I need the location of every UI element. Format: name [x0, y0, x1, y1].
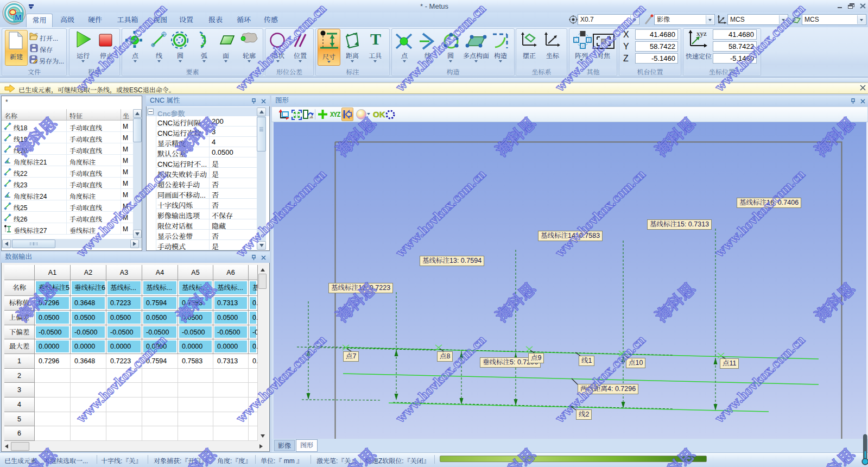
svg-text:xyz: xyz — [696, 29, 707, 37]
svg-text:M: M — [15, 12, 22, 22]
